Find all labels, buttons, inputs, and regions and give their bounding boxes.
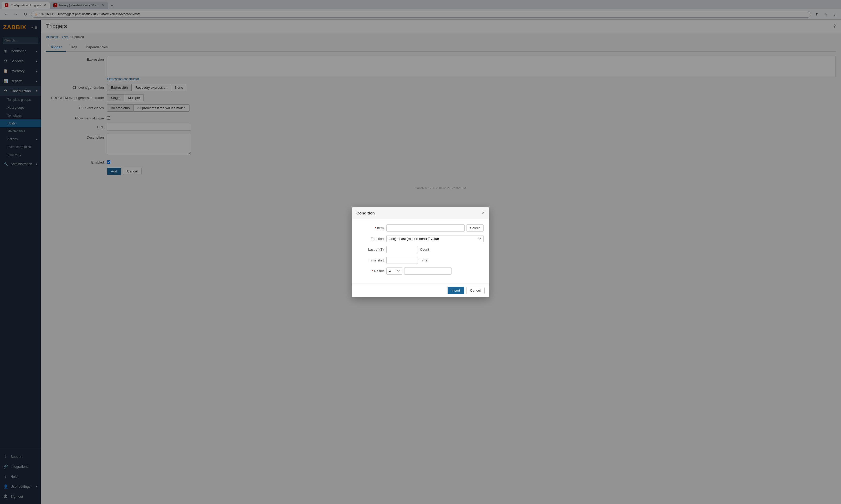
- modal-function-control: last() - Last (most recent) T value avg(…: [386, 235, 484, 242]
- modal-header: Condition ×: [352, 207, 489, 219]
- modal-result-value-input[interactable]: 1: [404, 268, 451, 274]
- modal-item-input[interactable]: zzzz: check process of httpd: [386, 224, 465, 232]
- modal-row-function: Function last() - Last (most recent) T v…: [357, 235, 484, 242]
- modal-title: Condition: [356, 211, 375, 215]
- modal-insert-button[interactable]: Insert: [448, 287, 464, 294]
- modal-last-of-t-input[interactable]: [386, 246, 418, 253]
- modal-item-control: zzzz: check process of httpd Select: [386, 224, 484, 232]
- modal-function-select[interactable]: last() - Last (most recent) T value avg(…: [386, 235, 484, 242]
- modal-function-label: Function: [357, 237, 384, 241]
- modal-time-shift-label: Time shift: [357, 258, 384, 262]
- modal-body: Item zzzz: check process of httpd Select…: [352, 219, 489, 284]
- time-shift-group: now-h Time: [386, 257, 484, 264]
- time-label: Time: [420, 258, 427, 262]
- count-label: Count: [420, 248, 429, 251]
- modal-last-of-t-control: Count: [386, 246, 484, 253]
- modal-time-shift-input[interactable]: now-h: [386, 257, 418, 264]
- modal-result-control: = <> < <= > >= 1: [386, 268, 484, 274]
- modal-cancel-button[interactable]: Cancel: [466, 287, 485, 294]
- modal-row-result: Result = <> < <= > >= 1: [357, 268, 484, 274]
- modal-row-time-shift: Time shift now-h Time: [357, 257, 484, 264]
- modal-result-label: Result: [357, 269, 384, 273]
- modal-last-of-t-label: Last of (T): [357, 248, 384, 251]
- result-group: = <> < <= > >= 1: [386, 268, 484, 274]
- modal-close-button[interactable]: ×: [482, 210, 485, 216]
- modal-select-button[interactable]: Select: [466, 224, 484, 232]
- modal-overlay[interactable]: Condition × Item zzzz: check process of …: [0, 0, 841, 504]
- modal-row-last-of-t: Last of (T) Count: [357, 246, 484, 253]
- modal-item-label: Item: [357, 226, 384, 230]
- modal-result-operator-select[interactable]: = <> < <= > >=: [386, 268, 402, 274]
- condition-modal: Condition × Item zzzz: check process of …: [352, 207, 489, 297]
- modal-row-item: Item zzzz: check process of httpd Select: [357, 224, 484, 232]
- modal-time-shift-control: now-h Time: [386, 257, 484, 264]
- last-of-t-group: Count: [386, 246, 484, 253]
- modal-footer: Insert Cancel: [352, 284, 489, 297]
